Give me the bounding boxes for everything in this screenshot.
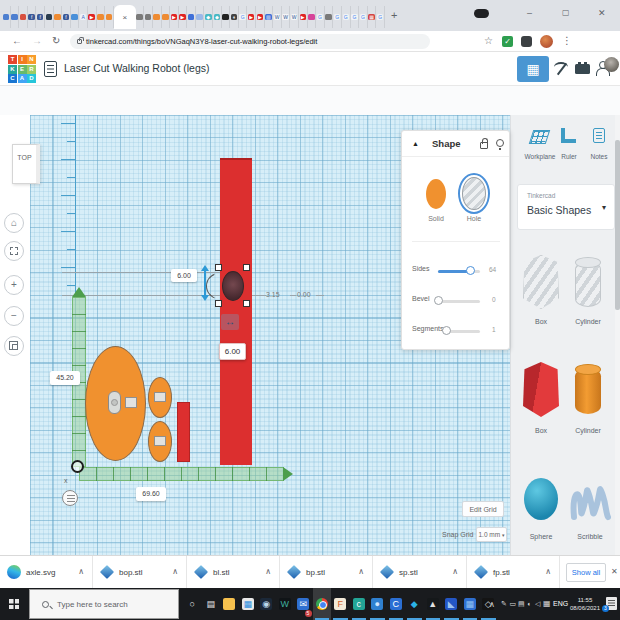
view-home-button[interactable]: ⌂ xyxy=(4,213,24,233)
download-item[interactable]: bop.stl ∧ xyxy=(93,556,187,589)
extension-check-icon[interactable]: ✓ xyxy=(502,36,513,47)
shape-red-bar-small[interactable] xyxy=(177,402,190,462)
download-item[interactable]: bl.stl ∧ xyxy=(187,556,280,589)
browser-tab[interactable] xyxy=(222,6,231,28)
blocks-icon[interactable] xyxy=(575,64,590,74)
tray-expand-icon[interactable]: ∧ xyxy=(489,600,495,609)
taskbar-app-icon[interactable]: ▦ xyxy=(461,588,480,620)
taskbar-app-icon[interactable]: F xyxy=(331,588,350,620)
perspective-toggle-button[interactable] xyxy=(4,336,24,356)
lock-icon[interactable] xyxy=(480,142,488,149)
browser-tab[interactable]: G xyxy=(376,6,385,28)
hole-swatch[interactable] xyxy=(462,177,486,210)
browser-tab[interactable] xyxy=(308,6,317,28)
taskbar-app-icon[interactable] xyxy=(220,588,239,620)
browser-tab[interactable] xyxy=(54,6,63,28)
ruler-vertical-value[interactable]: 45.20 xyxy=(50,371,80,385)
taskbar-app-icon[interactable]: ◣ xyxy=(442,588,461,620)
tray-status-icon[interactable]: ◖ xyxy=(527,600,531,607)
gallery-hole-box[interactable] xyxy=(523,255,559,309)
browser-tab[interactable]: G xyxy=(316,6,325,28)
browser-tab[interactable] xyxy=(325,6,334,28)
gallery-solid-box[interactable] xyxy=(523,362,559,417)
browser-tab[interactable]: ◆ xyxy=(213,6,222,28)
resize-handle-br[interactable] xyxy=(243,300,250,307)
gallery-sphere[interactable] xyxy=(524,478,558,520)
scrollbar-thumb[interactable] xyxy=(615,140,620,310)
taskbar-app-icon[interactable]: ▲ xyxy=(424,588,443,620)
gallery-scribble[interactable] xyxy=(569,475,611,523)
shape-category-dropdown[interactable]: Tinkercad Basic Shapes ▾ xyxy=(517,184,615,230)
tray-status-icon[interactable]: ✎ xyxy=(501,600,507,608)
taskbar-app-icon[interactable] xyxy=(313,588,332,620)
url-bar[interactable]: tinkercad.com/things/boVNGaqN3Y8-laser-c… xyxy=(70,34,430,49)
downloads-close-icon[interactable]: ✕ xyxy=(611,567,618,576)
browser-tab[interactable]: ▶ xyxy=(299,6,308,28)
browser-tab[interactable]: ♦ xyxy=(230,6,239,28)
edit-grid-button[interactable]: Edit Grid xyxy=(462,501,504,517)
segments-slider-knob[interactable] xyxy=(442,326,451,335)
shape-square-hole-1[interactable] xyxy=(125,397,137,408)
download-item[interactable]: sp.stl ∧ xyxy=(373,556,467,589)
resize-handle-tl[interactable] xyxy=(215,264,222,271)
notes-icon[interactable] xyxy=(593,128,605,143)
browser-tab[interactable]: ▶ xyxy=(88,6,97,28)
tray-status-icon[interactable]: ▤ xyxy=(518,600,525,608)
taskbar-app-icon[interactable]: ● xyxy=(368,588,387,620)
tinkercad-logo[interactable]: TINKERCAD xyxy=(8,55,37,84)
browser-menu-icon[interactable]: ⋮ xyxy=(562,35,572,46)
browser-tab[interactable] xyxy=(19,6,28,28)
browser-tab[interactable]: W xyxy=(282,6,291,28)
browser-tab[interactable]: ▥ xyxy=(265,6,274,28)
ruler-icon[interactable] xyxy=(561,128,576,143)
browser-tab[interactable]: ◆ xyxy=(204,6,213,28)
design-title[interactable]: Laser Cut Walking Robot (legs) xyxy=(64,62,210,74)
tray-input-indicator-icon[interactable]: ▦ xyxy=(543,599,551,608)
browser-tab[interactable] xyxy=(162,6,171,28)
browser-tab[interactable]: ▦ xyxy=(368,6,377,28)
taskbar-app-icon[interactable]: W xyxy=(276,588,295,620)
browser-profile-pill[interactable] xyxy=(474,9,489,18)
ruler-label[interactable]: Ruler xyxy=(555,153,583,160)
taskbar-app-icon[interactable]: ◉ xyxy=(257,588,276,620)
user-avatar[interactable] xyxy=(604,57,619,72)
dimension-offset-label[interactable]: 3.15 xyxy=(266,291,280,298)
browser-tab[interactable] xyxy=(196,6,205,28)
browser-tab[interactable]: A xyxy=(79,6,88,28)
tools-pickaxe-icon[interactable] xyxy=(554,61,569,76)
forward-icon[interactable]: → xyxy=(32,35,42,46)
download-chevron-icon[interactable]: ∧ xyxy=(78,567,84,576)
notification-center-icon[interactable]: 3 xyxy=(606,597,617,610)
taskbar-app-icon[interactable]: ◆ xyxy=(405,588,424,620)
selected-hole-shape[interactable] xyxy=(222,271,244,301)
sides-slider-knob[interactable] xyxy=(466,266,475,275)
ruler-origin-handle[interactable] xyxy=(71,460,84,473)
taskbar-app-icon[interactable]: ○ xyxy=(183,588,202,620)
taskbar-app-icon[interactable]: C xyxy=(387,588,406,620)
browser-tab[interactable] xyxy=(2,6,11,28)
browser-tab[interactable] xyxy=(144,6,153,28)
solid-swatch[interactable] xyxy=(426,179,446,209)
window-maximize-button[interactable]: ▢ xyxy=(562,8,570,17)
active-tab[interactable]: × xyxy=(114,5,136,29)
browser-tab[interactable]: G xyxy=(351,6,360,28)
download-chevron-icon[interactable]: ∧ xyxy=(452,567,458,576)
visibility-bulb-icon[interactable] xyxy=(496,139,504,147)
browser-tab[interactable] xyxy=(11,6,20,28)
browser-tab[interactable]: G xyxy=(342,6,351,28)
taskbar-app-icon[interactable]: c xyxy=(350,588,369,620)
browser-tab[interactable]: G xyxy=(359,6,368,28)
extension-icon[interactable] xyxy=(521,36,532,47)
workplane-icon[interactable] xyxy=(529,130,551,144)
tray-status-icon[interactable]: ◁ xyxy=(535,600,540,608)
browser-tab[interactable] xyxy=(153,6,162,28)
snap-grid-dropdown[interactable]: 1.0 mm ▾ xyxy=(476,527,507,542)
taskbar-search-box[interactable]: Type here to search xyxy=(29,589,179,619)
download-item[interactable]: bp.stl ∧ xyxy=(280,556,373,589)
browser-tab[interactable]: ▶ xyxy=(247,6,256,28)
resize-handle-bl[interactable] xyxy=(215,300,222,307)
download-chevron-icon[interactable]: ∧ xyxy=(358,567,364,576)
browser-tab[interactable]: ▶ xyxy=(179,6,188,28)
browser-tab[interactable] xyxy=(45,6,54,28)
bevel-slider-knob[interactable] xyxy=(434,296,443,305)
